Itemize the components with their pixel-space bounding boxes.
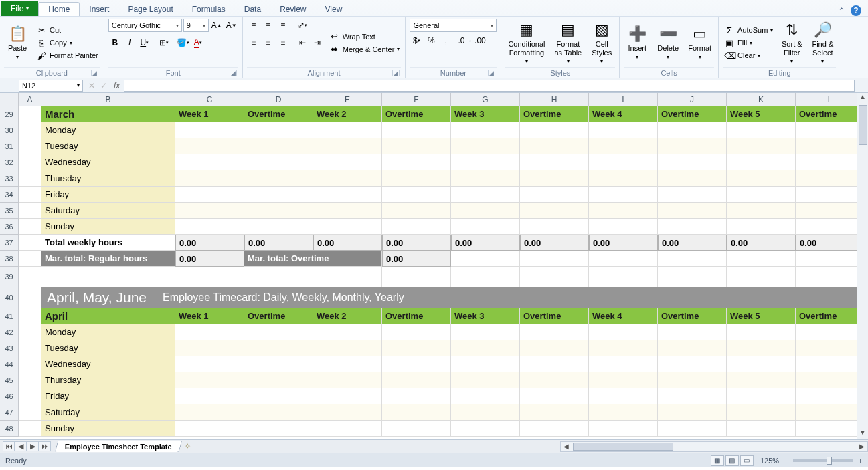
cell[interactable] — [520, 404, 589, 421]
cell[interactable] — [19, 421, 41, 437]
cell[interactable] — [313, 388, 382, 404]
font-name-combo[interactable]: Century Gothic▾ — [108, 19, 182, 32]
cell[interactable] — [589, 267, 658, 287]
row-header[interactable]: 29 — [0, 106, 18, 122]
cell[interactable] — [727, 340, 796, 356]
cell[interactable] — [658, 372, 727, 388]
cell[interactable] — [382, 404, 451, 421]
cell[interactable] — [244, 154, 313, 170]
cell[interactable] — [451, 372, 520, 388]
decrease-decimal-icon[interactable]: .00 — [473, 34, 487, 47]
cell[interactable] — [19, 404, 41, 421]
cell[interactable] — [520, 324, 589, 340]
cell[interactable] — [382, 340, 451, 356]
cell[interactable] — [244, 324, 313, 340]
align-bottom-icon[interactable]: ≡ — [276, 19, 290, 32]
cell[interactable] — [658, 154, 727, 170]
cell[interactable] — [796, 203, 865, 219]
cell[interactable]: Week 4 — [589, 308, 658, 324]
cell[interactable] — [589, 122, 658, 138]
scroll-up-icon[interactable]: ▲ — [859, 93, 866, 104]
cell[interactable] — [796, 267, 865, 287]
cell[interactable] — [19, 324, 41, 340]
cell[interactable] — [658, 138, 727, 154]
format-cells-button[interactable]: ▭Format▾ — [685, 19, 714, 67]
sort-filter-button[interactable]: ⇅Sort & Filter▾ — [778, 19, 805, 67]
row-header[interactable]: 33 — [0, 170, 18, 187]
row-header[interactable]: 45 — [0, 372, 18, 388]
cell[interactable] — [244, 170, 313, 187]
comma-icon[interactable]: , — [439, 34, 452, 47]
cell[interactable] — [382, 187, 451, 203]
cell[interactable] — [175, 219, 244, 235]
cell[interactable] — [451, 324, 520, 340]
row-header[interactable]: 40 — [0, 287, 18, 308]
tab-insert[interactable]: Insert — [80, 3, 118, 16]
row-header[interactable]: 30 — [0, 122, 18, 138]
row-header[interactable]: 31 — [0, 138, 18, 154]
cell[interactable] — [727, 187, 796, 203]
cell[interactable]: Overtime — [796, 106, 865, 122]
help-icon[interactable]: ? — [851, 5, 861, 16]
number-format-combo[interactable]: General▾ — [410, 19, 497, 32]
cell[interactable] — [19, 340, 41, 356]
cell[interactable]: 0.00 — [589, 235, 658, 251]
cell[interactable] — [382, 154, 451, 170]
cell[interactable]: Saturday — [41, 203, 175, 219]
tab-view[interactable]: View — [316, 3, 352, 16]
cell[interactable] — [796, 421, 865, 437]
cell[interactable] — [589, 154, 658, 170]
bold-button[interactable]: B — [108, 36, 122, 49]
cell[interactable] — [175, 170, 244, 187]
cut-button[interactable]: ✂Cut — [35, 25, 100, 36]
insert-cells-button[interactable]: ➕Insert▾ — [624, 19, 650, 67]
cell[interactable] — [382, 421, 451, 437]
cell[interactable] — [313, 203, 382, 219]
cell[interactable]: Overtime — [520, 106, 589, 122]
cell[interactable] — [175, 138, 244, 154]
cell[interactable] — [175, 404, 244, 421]
cell[interactable]: 0.00 — [175, 235, 244, 251]
cell[interactable]: Wednesday — [41, 154, 175, 170]
column-header[interactable]: K — [727, 93, 796, 106]
cell[interactable] — [796, 356, 865, 372]
cell[interactable] — [382, 267, 451, 287]
cell[interactable] — [658, 421, 727, 437]
underline-button[interactable]: U▾ — [138, 36, 151, 49]
cell[interactable] — [451, 219, 520, 235]
tab-file[interactable]: File▾ — [1, 1, 38, 16]
cell[interactable] — [451, 356, 520, 372]
cell[interactable]: 0.00 — [520, 235, 589, 251]
cell[interactable] — [382, 372, 451, 388]
cell[interactable] — [313, 421, 382, 437]
page-break-view-icon[interactable]: ▭ — [740, 455, 754, 466]
clear-button[interactable]: ⌫Clear ▾ — [723, 50, 774, 62]
cell[interactable] — [796, 372, 865, 388]
cell[interactable] — [520, 154, 589, 170]
cell[interactable] — [175, 421, 244, 437]
cell[interactable] — [589, 324, 658, 340]
cell[interactable]: Overtime — [796, 308, 865, 324]
cell[interactable] — [313, 187, 382, 203]
cell[interactable] — [520, 203, 589, 219]
cell[interactable] — [796, 388, 865, 404]
row-header[interactable]: 48 — [0, 421, 18, 437]
cell[interactable] — [520, 251, 589, 267]
cell[interactable] — [520, 170, 589, 187]
cell[interactable]: Thursday — [41, 170, 175, 187]
cell[interactable] — [796, 340, 865, 356]
cell[interactable] — [520, 356, 589, 372]
cell[interactable] — [244, 388, 313, 404]
cell[interactable] — [313, 340, 382, 356]
cell[interactable] — [727, 203, 796, 219]
cell[interactable] — [451, 340, 520, 356]
cell[interactable] — [727, 404, 796, 421]
cell[interactable] — [727, 372, 796, 388]
cell[interactable]: Tuesday — [41, 138, 175, 154]
cell[interactable] — [520, 138, 589, 154]
row-header[interactable]: 34 — [0, 187, 18, 203]
cell[interactable]: Overtime — [382, 106, 451, 122]
cell[interactable]: Total weekly hours — [41, 235, 175, 251]
cell[interactable]: Thursday — [41, 372, 175, 388]
dialog-launcher-icon[interactable]: ◢ — [91, 70, 98, 76]
